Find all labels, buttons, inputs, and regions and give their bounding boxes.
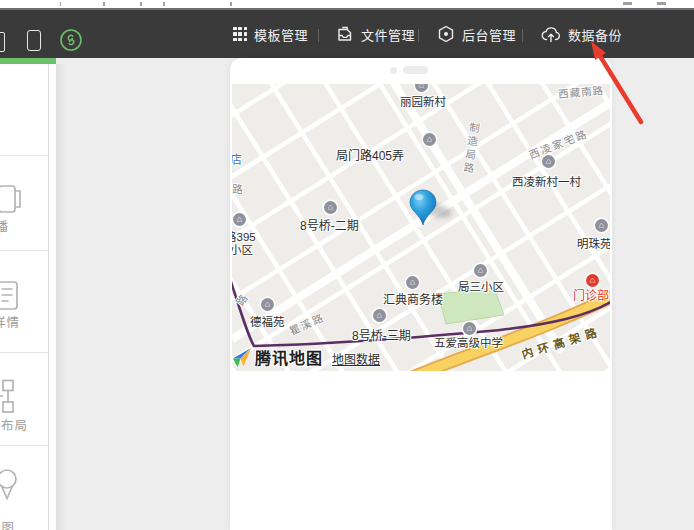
apps-grid-icon [233, 27, 247, 41]
sidebar-item-detail[interactable]: 详情 [0, 250, 48, 353]
mobile-preview-panel: 丽园新村 局门路405弄 酒店 西凌新村一村 明珠苑 8号桥-二期 路395 小… [230, 58, 612, 530]
device-phone-icon[interactable] [27, 30, 41, 51]
map-poi-label: 汇典商务楼 [383, 290, 443, 307]
map-poi-icon [474, 264, 487, 277]
map-poi-icon [406, 276, 419, 289]
preview-handle-dot [390, 67, 397, 74]
map-poi-label: 德福苑 [250, 313, 285, 329]
map-poi-label: 丽园新村 [400, 93, 446, 109]
component-sidebar: 轮播 详情 布局 地图 [0, 64, 56, 530]
menu-label: 模板管理 [254, 25, 308, 44]
toolbar-divider [418, 29, 419, 42]
sidebar-item-label: 轮播 [0, 216, 9, 235]
file-tray-icon [336, 25, 354, 43]
map-brand-label: 腾讯地图 [255, 345, 323, 369]
map-attribution: 腾讯地图 地图数据 [232, 345, 380, 369]
toolbar-divider [522, 29, 523, 42]
map-poi-label-hotel: 酒店 [232, 150, 242, 167]
map-poi-icon [233, 213, 246, 226]
map-poi-label: 五爱高级中学 [434, 334, 503, 350]
chrome-mark [140, 2, 142, 6]
menu-template-management[interactable]: 模板管理 [233, 10, 308, 58]
sidebar-border [48, 64, 49, 530]
chrome-mark [623, 2, 632, 5]
map-road-label: 路 [232, 184, 245, 198]
menu-backend-management[interactable]: 后台管理 [437, 10, 516, 58]
layout-structure-icon [0, 379, 25, 415]
sidebar-item-layout[interactable]: 布局 [0, 352, 48, 446]
map-poi-label: 西凌新村一村 [512, 173, 581, 189]
map-poi-label: 8号桥-三期 [352, 326, 411, 343]
editor-window: 模板管理 文件管理 后台管理 数据备份 [0, 0, 694, 530]
chrome-mark [163, 2, 165, 6]
browser-chrome-fragment [0, 0, 694, 8]
carousel-icon [0, 181, 25, 217]
chrome-mark [657, 2, 666, 5]
tencent-map-logo [232, 346, 253, 369]
map-poi-label-clinic: 门诊部 [573, 286, 609, 303]
map-poi-icon [415, 84, 428, 92]
sidebar-item-label: 地图 [0, 517, 15, 530]
menu-label: 文件管理 [361, 25, 415, 44]
map-component[interactable]: 丽园新村 局门路405弄 酒店 西凌新村一村 明珠苑 8号桥-二期 路395 小… [232, 84, 610, 371]
chrome-mark [230, 2, 232, 6]
sidebar-item-carousel[interactable]: 轮播 [0, 155, 48, 251]
menu-label: 数据备份 [568, 25, 622, 44]
map-poi-icon [423, 133, 436, 146]
map-poi-icon [324, 201, 337, 214]
preview-handle-pill [403, 66, 428, 74]
map-poi-label: 局三小区 [458, 278, 504, 294]
menu-file-management[interactable]: 文件管理 [336, 10, 415, 58]
cloud-upload-icon [541, 26, 561, 43]
menu-data-backup[interactable]: 数据备份 [541, 10, 622, 58]
map-poi-label: 小区 [232, 241, 253, 257]
device-desktop-icon-fragment[interactable] [0, 32, 5, 52]
map-data-link[interactable]: 地图数据 [332, 350, 380, 367]
share-link-icon[interactable] [59, 28, 83, 56]
toolbar-divider [318, 29, 319, 42]
panel-shadow [56, 64, 66, 530]
map-marker-pin[interactable] [408, 188, 438, 228]
map-poi-label: 8号桥-二期 [300, 216, 359, 233]
map-poi-icon [373, 309, 386, 322]
detail-page-icon [0, 278, 25, 314]
map-poi-label: 局门路405弄 [336, 146, 404, 163]
chrome-mark [60, 2, 61, 6]
top-toolbar: 模板管理 文件管理 后台管理 数据备份 [0, 8, 694, 58]
map-poi-icon [595, 219, 608, 232]
map-poi-label: 明珠苑 [577, 235, 610, 251]
gear-icon [437, 25, 455, 43]
sidebar-item-label: 详情 [0, 312, 20, 331]
map-poi-icon [261, 298, 274, 311]
sidebar-item-map[interactable]: 地图 [0, 445, 48, 530]
chrome-mark [103, 2, 105, 6]
menu-label: 后台管理 [462, 25, 516, 44]
sidebar-item-label: 布局 [1, 415, 28, 434]
map-pin-icon [0, 467, 25, 503]
